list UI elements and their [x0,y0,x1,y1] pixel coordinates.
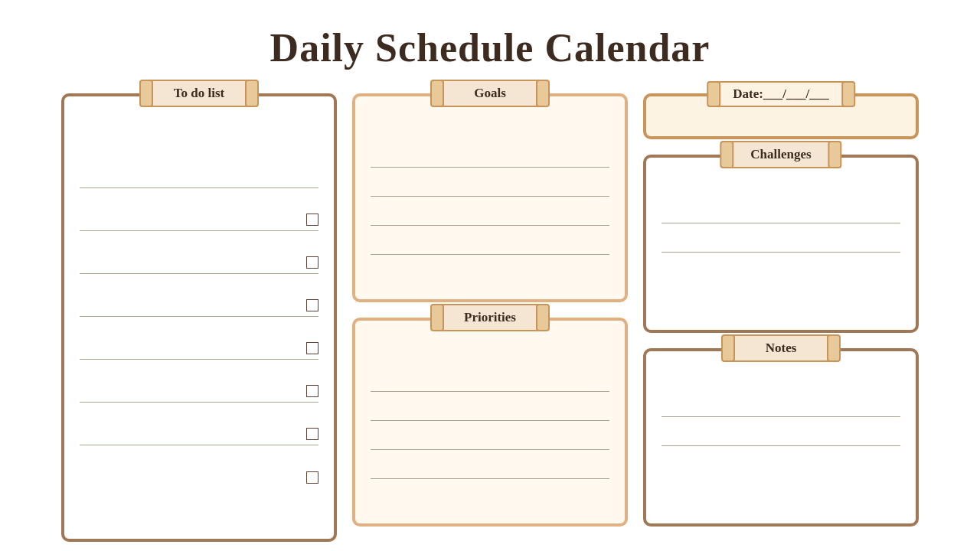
todo-line-row [80,360,318,403]
main-grid: To do list [46,93,934,542]
priorities-line [371,363,609,392]
date-label: Date:___/___/___ [713,81,849,107]
notes-lines [662,388,900,475]
challenges-line [662,223,900,253]
checkbox-1[interactable] [306,214,318,226]
checkbox-2[interactable] [306,256,318,269]
page-title: Daily Schedule Calendar [270,25,710,70]
priorities-line [371,421,609,450]
notes-card: Notes [643,348,919,527]
priorities-label: Priorities [436,304,544,331]
priorities-lines [371,363,609,508]
challenges-line [662,253,900,282]
right-column: Date:___/___/___ Challenges Notes [643,93,919,527]
checkbox-6[interactable] [306,428,318,440]
notes-label: Notes [727,334,835,362]
challenges-card: Challenges [643,155,919,333]
goals-card: Goals [352,93,628,302]
todo-label: To do list [145,80,253,107]
todo-line-row [80,188,318,231]
todo-line-row [80,403,318,445]
priorities-line [371,479,609,508]
goals-label: Goals [436,80,544,107]
todo-line-row [80,231,318,274]
goals-lines [371,139,609,284]
checkbox-3[interactable] [306,299,318,311]
notes-line [662,388,900,417]
goals-line [371,226,609,255]
challenges-lines [662,194,900,282]
priorities-line [371,450,609,479]
todo-lines [80,142,318,488]
date-card: Date:___/___/___ [643,93,919,139]
todo-line-row [80,274,318,317]
notes-line [662,446,900,475]
priorities-line [371,392,609,421]
goals-line [371,197,609,226]
challenges-label: Challenges [726,141,835,168]
todo-line-row [80,445,318,488]
priorities-card: Priorities [352,318,628,527]
todo-card: To do list [61,93,337,542]
checkbox-7[interactable] [306,471,318,484]
checkbox-4[interactable] [306,342,318,354]
middle-column: Goals Priorities [352,93,628,527]
goals-line [371,168,609,197]
goals-line [371,255,609,284]
notes-line [662,417,900,446]
challenges-line [662,194,900,223]
todo-line-first [80,142,318,188]
goals-line [371,139,609,168]
todo-line-row [80,317,318,360]
checkbox-5[interactable] [306,385,318,397]
